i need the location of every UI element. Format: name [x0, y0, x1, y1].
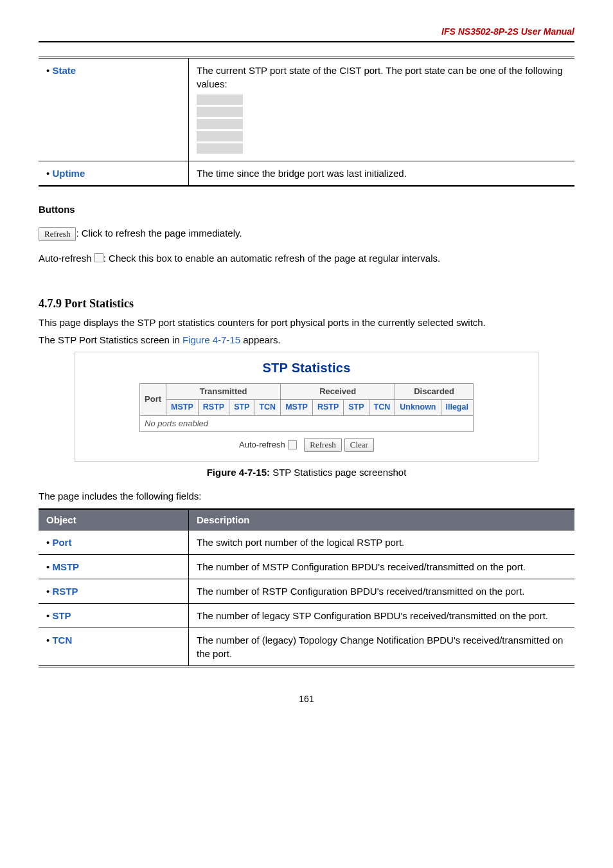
autorefresh-prefix: Auto-refresh	[39, 253, 94, 264]
stats-noports-row: No ports enabled	[140, 415, 474, 431]
obj-rstp-label: RSTP	[52, 586, 78, 597]
stats-header-row: Port Transmitted Received Discarded	[140, 383, 474, 399]
col-rx-stp: STP	[344, 400, 369, 416]
section-heading-479: 4.7.9 Port Statistics	[39, 296, 574, 312]
obj-tcn-label: TCN	[52, 635, 72, 646]
stp-statistics-panel: STP Statistics Port Transmitted Received…	[75, 352, 538, 462]
header-rule	[39, 41, 574, 42]
refresh-desc: : Click to refresh the page immediately.	[76, 228, 242, 239]
figure-ref-prefix: The STP Port Statistics screen in	[39, 334, 182, 345]
state-label: State	[52, 65, 76, 76]
col-tx-rstp: RSTP	[198, 400, 229, 416]
stats-subheader-row: MSTP RSTP STP TCN MSTP RSTP STP TCN Unkn…	[140, 400, 474, 416]
figure-caption: Figure 4-7-15: STP Statistics page scree…	[39, 466, 574, 479]
col-tx-stp: STP	[229, 400, 254, 416]
obj-port-desc: The switch port number of the logical RS…	[189, 530, 574, 555]
stp-statistics-table: Port Transmitted Received Discarded MSTP…	[139, 383, 474, 432]
no-ports-cell: No ports enabled	[140, 415, 474, 431]
page-number: 161	[39, 693, 574, 706]
state-desc-cell: The current STP port state of the CIST p…	[189, 57, 574, 161]
col-rx-rstp: RSTP	[312, 400, 343, 416]
obj-header-row: Object Description	[39, 509, 574, 530]
value-placeholder	[197, 107, 243, 117]
col-disc-unknown: Unknown	[395, 400, 441, 416]
object-description-table: Object Description • Port The switch por…	[39, 508, 574, 667]
page-header: IFS NS3502-8P-2S User Manual	[39, 26, 574, 39]
table-row: • TCN The number of (legacy) Topology Ch…	[39, 628, 574, 667]
refresh-explain-row: Refresh: Click to refresh the page immed…	[39, 226, 574, 241]
table-row: • Uptime The time since the bridge port …	[39, 161, 574, 186]
table-row: • State The current STP port state of th…	[39, 57, 574, 161]
table-row: • Port The switch port number of the log…	[39, 530, 574, 555]
col-group-transmitted: Transmitted	[166, 383, 281, 399]
value-placeholder	[197, 95, 243, 105]
col-tx-tcn: TCN	[254, 400, 281, 416]
col-group-discarded: Discarded	[395, 383, 474, 399]
col-rx-tcn: TCN	[369, 400, 395, 416]
col-port: Port	[140, 383, 166, 415]
stats-refresh-button[interactable]: Refresh	[304, 438, 341, 452]
section-intro: This page displays the STP port statisti…	[39, 316, 574, 329]
figure-ref-suffix: appears.	[240, 334, 281, 345]
value-placeholder	[197, 143, 243, 154]
buttons-heading: Buttons	[39, 203, 574, 216]
uptime-label: Uptime	[52, 168, 85, 179]
refresh-button[interactable]: Refresh	[39, 227, 76, 241]
auto-refresh-checkbox[interactable]	[94, 253, 103, 262]
table-row: • RSTP The number of RSTP Configuration …	[39, 579, 574, 604]
auto-refresh-label: Auto-refresh	[239, 439, 285, 451]
stats-controls: Auto-refresh Refresh Clear	[239, 438, 374, 452]
obj-head-object: Object	[39, 509, 189, 530]
uptime-label-cell: • Uptime	[39, 161, 189, 186]
figure-ref-line: The STP Port Statistics screen in Figure…	[39, 333, 574, 347]
obj-stp-label: STP	[52, 610, 71, 621]
col-group-received: Received	[281, 383, 395, 399]
table-row: • STP The number of legacy STP Configura…	[39, 604, 574, 628]
state-label-cell: • State	[39, 57, 189, 161]
obj-head-description: Description	[189, 509, 574, 530]
obj-mstp-desc: The number of MSTP Configuration BPDU's …	[189, 555, 574, 579]
uptime-desc-cell: The time since the bridge port was last …	[189, 161, 574, 186]
stats-clear-button[interactable]: Clear	[344, 438, 374, 452]
table-row: • MSTP The number of MSTP Configuration …	[39, 555, 574, 579]
obj-tcn-desc: The number of (legacy) Topology Change N…	[189, 628, 574, 667]
col-disc-illegal: Illegal	[441, 400, 473, 416]
obj-rstp-desc: The number of RSTP Configuration BPDU's …	[189, 579, 574, 604]
stats-auto-refresh-checkbox[interactable]	[288, 440, 297, 449]
figure-ref-link: Figure 4-7-15	[182, 334, 240, 345]
obj-stp-desc: The number of legacy STP Configuration B…	[189, 604, 574, 628]
col-rx-mstp: MSTP	[281, 400, 313, 416]
autorefresh-explain-row: Auto-refresh : Check this box to enable …	[39, 251, 574, 265]
state-uptime-table: • State The current STP port state of th…	[39, 57, 574, 187]
figure-caption-bold: Figure 4-7-15:	[207, 467, 270, 478]
figure-caption-rest: STP Statistics page screenshot	[270, 467, 406, 478]
autorefresh-desc: : Check this box to enable an automatic …	[103, 253, 440, 264]
col-tx-mstp: MSTP	[166, 400, 199, 416]
stp-statistics-title: STP Statistics	[75, 359, 538, 377]
uptime-description: The time since the bridge port was last …	[197, 168, 407, 179]
state-description: The current STP port state of the CIST p…	[197, 65, 563, 89]
fields-intro: The page includes the following fields:	[39, 489, 574, 503]
obj-mstp-label: MSTP	[52, 561, 79, 572]
value-placeholder	[197, 131, 243, 141]
obj-port-label: Port	[52, 537, 71, 548]
value-placeholder	[197, 119, 243, 129]
